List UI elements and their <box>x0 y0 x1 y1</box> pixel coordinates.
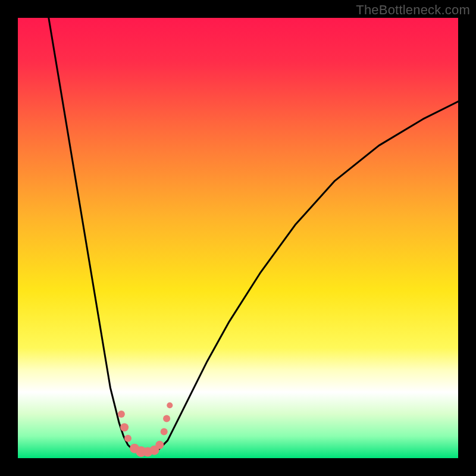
data-marker <box>120 423 129 431</box>
data-marker <box>155 441 164 449</box>
data-marker <box>161 428 168 436</box>
gradient-background <box>18 18 458 458</box>
chart-frame: TheBottleneck.com <box>0 0 476 476</box>
data-marker <box>167 402 173 408</box>
plot-area <box>18 18 458 458</box>
watermark-text: TheBottleneck.com <box>356 2 470 18</box>
bottleneck-chart <box>18 18 458 458</box>
data-marker <box>118 411 125 418</box>
data-marker <box>163 415 170 422</box>
data-marker <box>124 435 131 442</box>
